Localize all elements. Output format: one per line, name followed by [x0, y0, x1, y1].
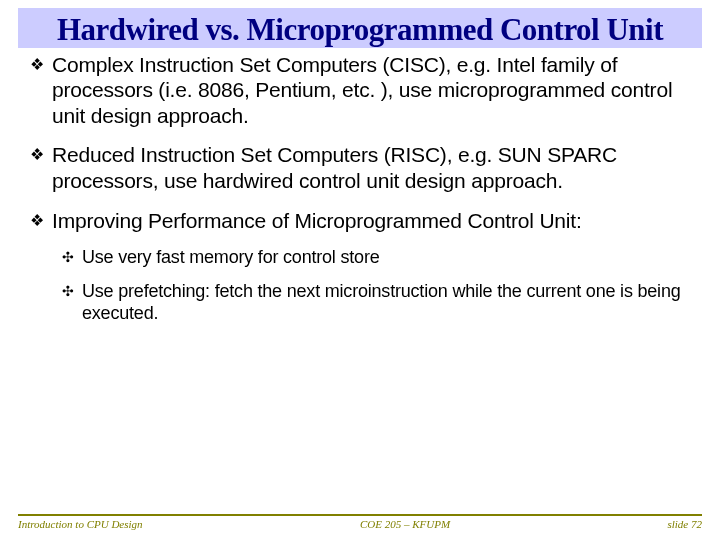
title-bar: Hardwired vs. Microprogrammed Control Un… — [18, 8, 702, 48]
footer-left: Introduction to CPU Design — [18, 518, 143, 530]
sub-text: Use very fast memory for control store — [82, 247, 380, 269]
diamond-bullet-icon: ❖ — [30, 55, 44, 74]
diamond-bullet-icon: ❖ — [30, 145, 44, 164]
bullet-text: Reduced Instruction Set Computers (RISC)… — [52, 142, 690, 193]
sub-text: Use prefetching: fetch the next microins… — [82, 281, 690, 325]
bullet-text: Complex Instruction Set Computers (CISC)… — [52, 52, 690, 129]
slide-title: Hardwired vs. Microprogrammed Control Un… — [18, 12, 702, 48]
bullet-item: ❖ Improving Performance of Microprogramm… — [30, 208, 690, 234]
bullet-item: ❖ Complex Instruction Set Computers (CIS… — [30, 52, 690, 129]
bullet-text: Improving Performance of Microprogrammed… — [52, 208, 582, 234]
content-area: ❖ Complex Instruction Set Computers (CIS… — [0, 48, 720, 326]
footer-right: slide 72 — [667, 518, 702, 530]
bullet-item: ❖ Reduced Instruction Set Computers (RIS… — [30, 142, 690, 193]
footer-row: Introduction to CPU Design COE 205 – KFU… — [18, 518, 702, 530]
footer-divider — [18, 514, 702, 516]
footer-center: COE 205 – KFUPM — [360, 518, 450, 530]
sub-list: ✣ Use very fast memory for control store… — [30, 247, 690, 325]
maltese-bullet-icon: ✣ — [62, 283, 74, 299]
footer: Introduction to CPU Design COE 205 – KFU… — [0, 514, 720, 530]
diamond-bullet-icon: ❖ — [30, 211, 44, 230]
sub-item: ✣ Use prefetching: fetch the next microi… — [62, 281, 690, 325]
maltese-bullet-icon: ✣ — [62, 249, 74, 265]
sub-item: ✣ Use very fast memory for control store — [62, 247, 690, 269]
